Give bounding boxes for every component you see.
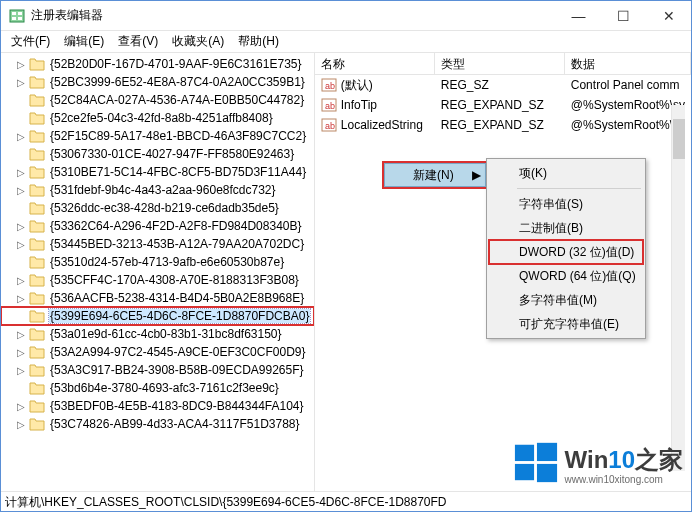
tree-row[interactable]: {53bd6b4e-3780-4693-afc3-7161c2f3ee9c} [1,379,314,397]
expander-icon[interactable]: ▷ [15,58,27,70]
tree-label: {53A2A994-97C2-4545-A9CE-0EF3C0CF00D9} [49,345,307,359]
tree-label: {53362C64-A296-4F2D-A2F8-FD984D08340B} [49,219,303,233]
tree-label: {52ce2fe5-04c3-42fd-8a8b-4251affb8408} [49,111,274,125]
tree-row[interactable]: ▷{52BC3999-6E52-4E8A-87C4-0A2A0CC359B1} [1,73,314,91]
tree-label: {52BC3999-6E52-4E8A-87C4-0A2A0CC359B1} [49,75,306,89]
tree-row[interactable]: ▷{531fdebf-9b4c-4a43-a2aa-960e8fcdc732} [1,181,314,199]
app-icon [9,8,25,24]
col-header-data[interactable]: 数据 [565,53,691,74]
submenu-item[interactable]: 多字符串值(M) [489,288,643,312]
tree-pane[interactable]: ▷{52B20D0F-167D-4701-9AAF-9E6C3161E735}▷… [1,53,315,491]
tree-row[interactable]: ▷{52F15C89-5A17-48e1-BBCD-46A3F89C7CC2} [1,127,314,145]
tree-row[interactable]: {53510d24-57eb-4713-9afb-e6e60530b87e} [1,253,314,271]
submenu-item[interactable]: 可扩充字符串值(E) [489,312,643,336]
tree-label: {535CFF4C-170A-4308-A70E-8188313F3B08} [49,273,300,287]
list-row[interactable]: abInfoTipREG_EXPAND_SZ@%SystemRoot%\sy [315,95,691,115]
submenu-item[interactable]: 字符串值(S) [489,192,643,216]
submenu-separator [517,188,641,189]
menu-item[interactable]: 文件(F) [5,31,56,52]
svg-rect-3 [18,12,22,15]
expander-icon[interactable]: ▷ [15,274,27,286]
tree-label: {5326ddc-ec38-428d-b219-ce6dadb35de5} [49,201,280,215]
tree-label: {531fdebf-9b4c-4a43-a2aa-960e8fcdc732} [49,183,277,197]
expander-icon[interactable]: ▷ [15,130,27,142]
minimize-button[interactable]: ― [556,1,601,30]
tree-row[interactable]: ▷{535CFF4C-170A-4308-A70E-8188313F3B08} [1,271,314,289]
value-type: REG_EXPAND_SZ [435,98,565,112]
watermark-brand-c: 之家 [635,446,683,473]
tree-row[interactable]: {5326ddc-ec38-428d-b219-ce6dadb35de5} [1,199,314,217]
tree-row[interactable]: ▷{53362C64-A296-4F2D-A2F8-FD984D08340B} [1,217,314,235]
close-button[interactable]: ✕ [646,1,691,30]
expander-icon[interactable]: ▷ [15,328,27,340]
list-row[interactable]: abLocalizedStringREG_EXPAND_SZ@%SystemRo… [315,115,691,135]
submenu-new[interactable]: 项(K)字符串值(S)二进制值(B)DWORD (32 位)值(D)QWORD … [486,158,646,339]
svg-text:ab: ab [325,81,335,91]
tree-row[interactable]: ▷{5310BE71-5C14-4FBC-8CF5-BD75D3F11A44} [1,163,314,181]
svg-rect-4 [18,17,22,20]
tree-row[interactable]: {53067330-01CE-4027-947F-FF8580E92463} [1,145,314,163]
expander-icon[interactable]: ▷ [15,292,27,304]
tree-row[interactable]: ▷{53A2A994-97C2-4545-A9CE-0EF3C0CF00D9} [1,343,314,361]
tree-row[interactable]: ▷{53A3C917-BB24-3908-B58B-09ECDA99265F} [1,361,314,379]
tree-row[interactable]: ▷{536AACFB-5238-4314-B4D4-5B0A2E8B968E} [1,289,314,307]
svg-rect-13 [514,464,533,480]
menu-item[interactable]: 查看(V) [112,31,164,52]
watermark-url: www.win10xitong.com [565,475,683,485]
menu-item[interactable]: 帮助(H) [232,31,285,52]
col-header-type[interactable]: 类型 [435,53,565,74]
context-menu-new-label: 新建(N) [385,167,467,184]
expander-icon[interactable]: ▷ [15,220,27,232]
submenu-item[interactable]: QWORD (64 位)值(Q) [489,264,643,288]
svg-rect-0 [10,10,24,22]
value-name: LocalizedString [341,118,423,132]
windows-logo-icon [513,439,559,485]
tree-label: {53510d24-57eb-4713-9afb-e6e60530b87e} [49,255,285,269]
submenu-item[interactable]: 项(K) [489,161,643,185]
list-header[interactable]: 名称 类型 数据 [315,53,691,75]
value-data: Control Panel comm [565,78,691,92]
menu-item[interactable]: 编辑(E) [58,31,110,52]
col-header-name[interactable]: 名称 [315,53,435,74]
tree-row[interactable]: ▷{53BEDF0B-4E5B-4183-8DC9-B844344FA104} [1,397,314,415]
tree-label: {5399E694-6CE5-4D6C-8FCE-1D8870FDCBA0} [49,309,310,323]
tree-row[interactable]: {5399E694-6CE5-4D6C-8FCE-1D8870FDCBA0} [1,307,314,325]
tree-label: {53a01e9d-61cc-4cb0-83b1-31bc8df63150} [49,327,283,341]
context-menu-new[interactable]: 新建(N) ▶ [384,163,486,187]
submenu-arrow-icon: ▶ [467,168,485,182]
tree-row[interactable]: ▷{53445BED-3213-453B-A12A-79AA20A702DC} [1,235,314,253]
expander-icon[interactable]: ▷ [15,364,27,376]
tree-row[interactable]: ▷{53a01e9d-61cc-4cb0-83b1-31bc8df63150} [1,325,314,343]
watermark-brand-a: Win [565,446,609,473]
expander-icon[interactable]: ▷ [15,184,27,196]
tree-label: {53BEDF0B-4E5B-4183-8DC9-B844344FA104} [49,399,305,413]
expander-icon[interactable]: ▷ [15,400,27,412]
tree-label: {53067330-01CE-4027-947F-FF8580E92463} [49,147,295,161]
menu-item[interactable]: 收藏夹(A) [166,31,230,52]
scrollbar-thumb[interactable] [673,119,685,159]
tree-label: {53445BED-3213-453B-A12A-79AA20A702DC} [49,237,305,251]
tree-row[interactable]: ▷{52B20D0F-167D-4701-9AAF-9E6C3161E735} [1,55,314,73]
submenu-item[interactable]: DWORD (32 位)值(D) [489,240,643,264]
submenu-item[interactable]: 二进制值(B) [489,216,643,240]
expander-icon[interactable]: ▷ [15,166,27,178]
expander-icon[interactable]: ▷ [15,238,27,250]
value-type: REG_EXPAND_SZ [435,118,565,132]
value-name: (默认) [341,77,373,94]
vertical-scrollbar[interactable] [671,105,685,471]
list-row[interactable]: ab(默认)REG_SZControl Panel comm [315,75,691,95]
watermark: Win10之家 www.win10xitong.com [513,439,683,485]
expander-icon[interactable]: ▷ [15,346,27,358]
tree-row[interactable]: {52C84ACA-027A-4536-A74A-E0BB50C44782} [1,91,314,109]
tree-label: {53A3C917-BB24-3908-B58B-09ECDA99265F} [49,363,305,377]
titlebar: 注册表编辑器 ― ☐ ✕ [1,1,691,31]
expander-icon[interactable]: ▷ [15,418,27,430]
menubar: 文件(F)编辑(E)查看(V)收藏夹(A)帮助(H) [1,31,691,53]
tree-row[interactable]: ▷{53C74826-AB99-4d33-ACA4-3117F51D3788} [1,415,314,433]
tree-label: {53bd6b4e-3780-4693-afc3-7161c2f3ee9c} [49,381,280,395]
statusbar: 计算机\HKEY_CLASSES_ROOT\CLSID\{5399E694-6C… [1,491,691,511]
expander-icon[interactable]: ▷ [15,76,27,88]
svg-rect-11 [514,445,533,461]
maximize-button[interactable]: ☐ [601,1,646,30]
tree-row[interactable]: {52ce2fe5-04c3-42fd-8a8b-4251affb8408} [1,109,314,127]
